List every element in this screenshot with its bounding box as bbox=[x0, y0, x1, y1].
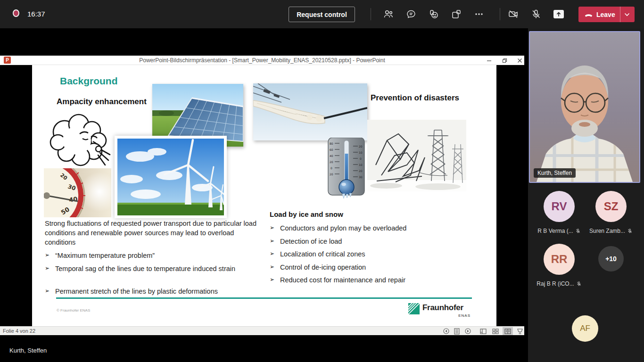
request-control-button[interactable]: Request control bbox=[289, 7, 355, 22]
participant-label-sz: Suren Zamb... bbox=[580, 228, 642, 234]
svg-text:40: 40 bbox=[330, 154, 333, 157]
leave-button[interactable]: Leave bbox=[578, 7, 635, 22]
chevron-down-icon bbox=[624, 13, 630, 16]
camera-off-icon bbox=[508, 8, 519, 20]
participant-label-rr: Raj B R (iCO... bbox=[528, 280, 590, 287]
share-screen-button[interactable] bbox=[551, 7, 566, 22]
reactions-button[interactable] bbox=[426, 7, 441, 22]
fraunhofer-institute-text: ENAS bbox=[458, 313, 471, 318]
close-button[interactable] bbox=[512, 56, 527, 65]
svg-text:10: 10 bbox=[359, 151, 363, 154]
slideshow-button[interactable] bbox=[515, 327, 525, 335]
left-paragraph: Strong fluctuations of requested power t… bbox=[45, 219, 258, 247]
chat-icon bbox=[405, 8, 417, 20]
participant-avatar-af[interactable]: AF bbox=[572, 315, 598, 342]
normal-view-button[interactable] bbox=[478, 327, 488, 335]
right-bullet-2: ➢ Detection of ice load bbox=[270, 237, 478, 246]
bullet-arrow-icon: ➢ bbox=[270, 263, 280, 272]
participant-avatar-rr[interactable]: RR bbox=[544, 244, 575, 275]
restore-button[interactable] bbox=[497, 56, 512, 65]
bullet-arrow-icon: ➢ bbox=[270, 223, 280, 233]
wind-cloud-image bbox=[45, 107, 112, 173]
svg-text:0: 0 bbox=[330, 166, 332, 170]
collapsed-pylons-image bbox=[367, 120, 466, 191]
participant-overflow-badge[interactable]: +10 bbox=[598, 246, 624, 272]
notes-button[interactable] bbox=[452, 327, 462, 335]
slide-copyright: © Fraunhofer ENAS bbox=[57, 308, 90, 313]
right-bullet-1: ➢ Conductors and pylon may be overloaded bbox=[270, 223, 478, 233]
left-bullet-3: ➢ Permanent stretch of the lines by plas… bbox=[45, 287, 259, 296]
wind-turbines-image bbox=[115, 136, 227, 218]
svg-text:20: 20 bbox=[359, 169, 363, 173]
speaker-video-feed bbox=[530, 32, 639, 182]
mic-toggle-button[interactable] bbox=[528, 7, 544, 22]
minimize-button[interactable] bbox=[482, 56, 496, 65]
participants-button[interactable] bbox=[381, 7, 396, 22]
shared-screen-stage: P PowerPoint-Bildschirmpräsentation - [S… bbox=[0, 28, 528, 362]
previous-slide-button[interactable] bbox=[441, 327, 451, 335]
left-heading: Ampacity enhancement bbox=[57, 97, 147, 107]
share-screen-icon bbox=[553, 8, 565, 20]
mic-off-icon bbox=[627, 228, 633, 234]
right-bullet-4: ➢ Control of de-icing operation bbox=[270, 263, 478, 272]
right-bullet-3: ➢ Localization of critical zones bbox=[270, 249, 478, 259]
meeting-toolbar: 16:37 Request control bbox=[0, 0, 644, 28]
speaker-video-tile[interactable]: Kurth, Steffen bbox=[529, 31, 640, 183]
right-heading: Prevention of disasters bbox=[371, 93, 459, 103]
svg-text:20: 20 bbox=[359, 145, 363, 148]
fraunhofer-logo: Fraunhofer ENAS bbox=[408, 303, 484, 320]
bullet-arrow-icon: ➢ bbox=[270, 249, 280, 259]
window-title: PowerPoint-Bildschirmpräsentation - [Sma… bbox=[47, 56, 477, 65]
slide-title: Background bbox=[60, 75, 118, 87]
participant-avatar-rv[interactable]: RV bbox=[544, 191, 575, 222]
fraunhofer-logo-icon bbox=[408, 303, 420, 314]
blue-thermometer-image: 806040 20020 20100 102030 bbox=[324, 138, 368, 198]
toolbar-divider bbox=[371, 8, 371, 20]
toolbar-divider bbox=[500, 8, 500, 20]
next-slide-button[interactable] bbox=[462, 327, 473, 335]
more-options-button[interactable] bbox=[471, 7, 487, 22]
participants-icon bbox=[383, 8, 394, 20]
left-bullet-2: ➢ Temporal sag of the lines due to tempe… bbox=[45, 264, 259, 273]
speaker-name-chip: Kurth, Steffen bbox=[534, 168, 576, 178]
bullet-arrow-icon: ➢ bbox=[45, 251, 55, 260]
iced-cable-image bbox=[253, 83, 367, 140]
breakout-rooms-icon bbox=[451, 8, 462, 20]
bullet-arrow-icon: ➢ bbox=[270, 275, 280, 285]
svg-text:80: 80 bbox=[330, 142, 333, 145]
slide-sorter-button[interactable] bbox=[490, 327, 501, 335]
leave-menu-button[interactable] bbox=[620, 7, 634, 22]
fraunhofer-logo-text: Fraunhofer bbox=[422, 303, 463, 313]
meeting-time: 16:37 bbox=[27, 10, 45, 18]
participants-sidebar: Kurth, Steffen RV SZ RR +10 AF R B Verma… bbox=[528, 28, 644, 362]
powerpoint-app-icon: P bbox=[4, 57, 11, 64]
presenter-name-label: Kurth, Steffen bbox=[9, 347, 47, 354]
mic-off-icon bbox=[575, 228, 581, 234]
chat-button[interactable] bbox=[404, 7, 419, 22]
mic-off-icon bbox=[576, 281, 582, 287]
reactions-icon bbox=[428, 8, 439, 20]
right-subheading: Load by ice and snow bbox=[270, 210, 343, 218]
svg-text:20: 20 bbox=[330, 160, 333, 164]
recording-indicator-icon bbox=[13, 9, 19, 17]
svg-text:10: 10 bbox=[359, 163, 363, 166]
breakout-rooms-button[interactable] bbox=[449, 7, 464, 22]
bullet-arrow-icon: ➢ bbox=[270, 237, 280, 246]
slide-divider-line bbox=[56, 297, 472, 299]
hangup-icon bbox=[584, 11, 593, 18]
bullet-arrow-icon: ➢ bbox=[45, 264, 55, 273]
leave-label: Leave bbox=[596, 11, 615, 18]
more-icon bbox=[473, 8, 485, 20]
svg-text:20: 20 bbox=[330, 173, 333, 176]
slide-canvas: Background Ampacity enhancement Preventi… bbox=[32, 65, 496, 326]
camera-toggle-button[interactable] bbox=[506, 7, 521, 22]
powerpoint-titlebar: P PowerPoint-Bildschirmpräsentation - [S… bbox=[0, 56, 524, 65]
powerpoint-statusbar: Folie 4 von 22 bbox=[0, 326, 524, 335]
dial-thermometer-image: 20 30 40 50 bbox=[44, 168, 111, 217]
svg-text:30: 30 bbox=[359, 175, 363, 179]
participant-avatar-sz[interactable]: SZ bbox=[595, 191, 627, 222]
meeting-window: 16:37 Request control bbox=[0, 0, 644, 362]
slide-counter: Folie 4 von 22 bbox=[3, 327, 35, 336]
reading-view-button[interactable] bbox=[503, 327, 513, 335]
left-bullet-1: ➢ “Maximum temperature problem” bbox=[45, 251, 259, 260]
